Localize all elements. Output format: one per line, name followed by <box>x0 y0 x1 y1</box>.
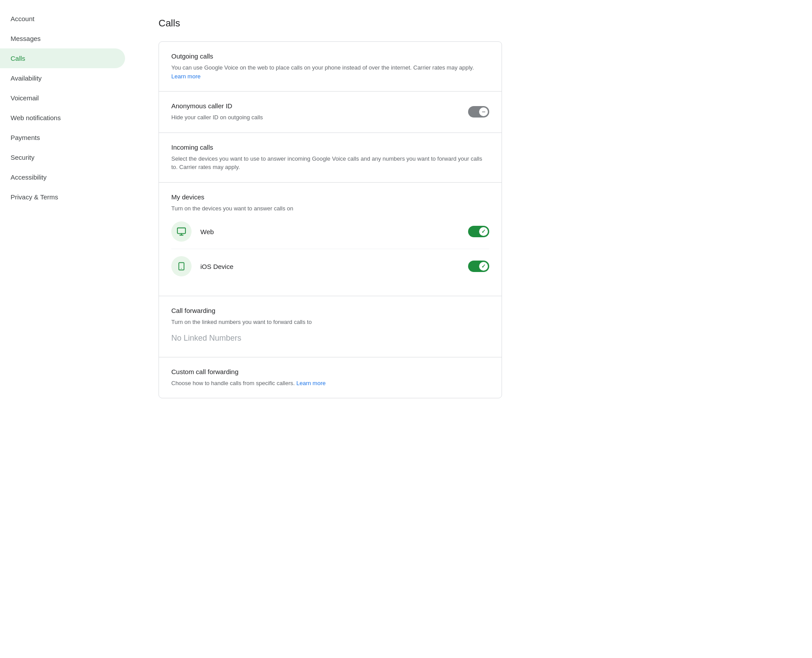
section-my-devices: My devices Turn on the devices you want … <box>159 183 502 297</box>
device-icon-ios-device <box>171 256 192 276</box>
section-title-custom-call-forwarding: Custom call forwarding <box>171 368 489 375</box>
learn-more-link-custom-call-forwarding[interactable]: Learn more <box>296 380 325 386</box>
sidebar-item-availability[interactable]: Availability <box>0 68 125 88</box>
section-desc-call-forwarding: Turn on the linked numbers you want to f… <box>171 318 489 327</box>
toggle-ios-device[interactable] <box>468 261 489 272</box>
sidebar-item-calls[interactable]: Calls <box>0 48 125 68</box>
section-title-my-devices: My devices <box>171 193 489 201</box>
section-desc-incoming-calls: Select the devices you want to use to an… <box>171 154 489 172</box>
device-rows: Web iOS Device <box>171 213 489 285</box>
section-anonymous-caller-id: Anonymous caller ID Hide your caller ID … <box>159 92 502 133</box>
sidebar-item-messages[interactable]: Messages <box>0 29 125 48</box>
device-name-web: Web <box>200 228 468 235</box>
toggle-thumb-ios-device <box>479 262 488 271</box>
no-linked-numbers: No Linked Numbers <box>171 327 489 346</box>
section-outgoing-calls: Outgoing calls You can use Google Voice … <box>159 42 502 92</box>
sidebar-item-privacy-terms[interactable]: Privacy & Terms <box>0 187 125 207</box>
sidebar-item-voicemail[interactable]: Voicemail <box>0 88 125 108</box>
sidebar: AccountMessagesCallsAvailabilityVoicemai… <box>0 0 132 658</box>
section-title-anonymous-caller-id: Anonymous caller ID <box>171 102 468 110</box>
toggle-web[interactable] <box>468 226 489 237</box>
toggle-track-anonymous-caller-id[interactable] <box>468 106 489 118</box>
section-title-incoming-calls: Incoming calls <box>171 143 489 151</box>
main-content: Calls Outgoing calls You can use Google … <box>132 0 528 658</box>
sidebar-item-web-notifications[interactable]: Web notifications <box>0 108 125 128</box>
page-title: Calls <box>159 18 502 29</box>
toggle-row-anonymous-caller-id: Anonymous caller ID Hide your caller ID … <box>171 102 489 122</box>
toggle-thumb-web <box>479 227 488 236</box>
sidebar-item-payments[interactable]: Payments <box>0 128 125 147</box>
section-desc-anonymous-caller-id: Hide your caller ID on outgoing calls <box>171 113 468 122</box>
section-incoming-calls: Incoming calls Select the devices you wa… <box>159 133 502 183</box>
section-custom-call-forwarding: Custom call forwarding Choose how to han… <box>159 357 502 398</box>
learn-more-link-outgoing-calls[interactable]: Learn more <box>171 73 200 80</box>
sidebar-item-accessibility[interactable]: Accessibility <box>0 167 125 187</box>
device-row-web: Web <box>171 216 489 247</box>
toggle-thumb-anonymous-caller-id <box>479 107 488 116</box>
svg-rect-0 <box>177 228 185 234</box>
toggle-track-web[interactable] <box>468 226 489 237</box>
device-row-ios-device: iOS Device <box>171 249 489 282</box>
device-icon-web <box>171 221 192 242</box>
section-desc-custom-call-forwarding: Choose how to handle calls from specific… <box>171 379 489 388</box>
toggle-anonymous-caller-id[interactable] <box>468 106 489 118</box>
toggle-track-ios-device[interactable] <box>468 261 489 272</box>
sidebar-item-account[interactable]: Account <box>0 9 125 29</box>
section-title-call-forwarding: Call forwarding <box>171 307 489 314</box>
sidebar-item-security[interactable]: Security <box>0 147 125 167</box>
section-desc-my-devices: Turn on the devices you want to answer c… <box>171 204 489 213</box>
device-name-ios-device: iOS Device <box>200 263 468 270</box>
section-title-outgoing-calls: Outgoing calls <box>171 52 489 60</box>
section-call-forwarding: Call forwarding Turn on the linked numbe… <box>159 296 502 357</box>
calls-card: Outgoing calls You can use Google Voice … <box>159 41 502 398</box>
section-desc-outgoing-calls: You can use Google Voice on the web to p… <box>171 63 489 81</box>
